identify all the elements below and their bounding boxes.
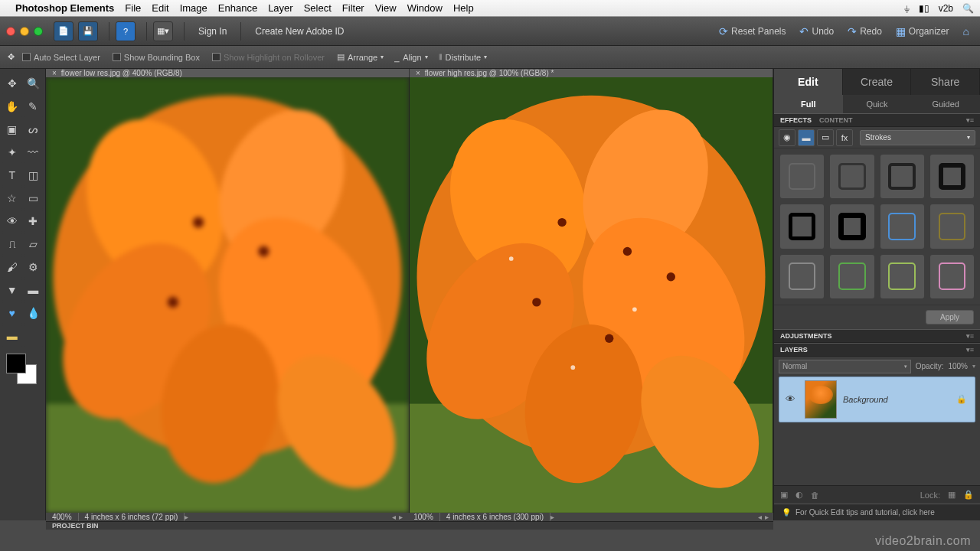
stroke-preset[interactable]	[780, 204, 824, 248]
menu-select[interactable]: Select	[304, 2, 332, 14]
move-tool[interactable]: ✥	[2, 73, 22, 94]
color-swatches[interactable]	[6, 354, 37, 384]
type-tool[interactable]: T	[2, 165, 22, 186]
mode-tab-edit[interactable]: Edit	[774, 69, 843, 95]
layer-thumbnail[interactable]	[805, 380, 837, 419]
stroke-preset[interactable]	[930, 204, 974, 248]
layer-row-background[interactable]: 👁 Background 🔒	[779, 377, 975, 422]
panel-menu-icon[interactable]: ▾≡	[966, 332, 974, 340]
tip-bar[interactable]: 💡 For Quick Edit tips and tutorial, clic…	[774, 504, 980, 520]
align-dropdown[interactable]: ⎯ Align ▾	[394, 53, 427, 62]
menu-help[interactable]: Help	[453, 2, 474, 14]
new-file-button[interactable]: 📄	[54, 21, 74, 41]
layer-name[interactable]: Background	[843, 395, 888, 404]
submode-full[interactable]: Full	[774, 95, 843, 113]
app-title[interactable]: Photoshop Elements	[15, 2, 114, 14]
wifi-icon[interactable]: ⏚	[904, 3, 910, 14]
menu-layer[interactable]: Layer	[268, 2, 293, 14]
help-button[interactable]: ?	[116, 21, 136, 41]
spotlight-icon[interactable]: 🔍	[962, 3, 974, 14]
save-button[interactable]: 💾	[78, 21, 98, 41]
minimize-window-button[interactable]	[20, 27, 29, 36]
eraser-tool[interactable]: ▱	[24, 233, 44, 255]
show-bbox-checkbox[interactable]: Show Bounding Box	[113, 53, 200, 62]
home-button[interactable]: ⌂	[959, 22, 974, 41]
redo-button[interactable]: ↷Redo	[843, 22, 887, 41]
stroke-preset[interactable]	[930, 155, 974, 198]
canvas-high-res[interactable]	[410, 77, 773, 513]
document-tab-1[interactable]: ×flower high res.jpg @ 100% (RGB/8) *	[410, 69, 773, 77]
smart-brush-tool[interactable]: ⚙	[24, 256, 44, 278]
document-tab-0[interactable]: ×flower low res.jpg @ 400% (RGB/8)	[46, 69, 410, 77]
stroke-preset[interactable]	[780, 155, 824, 198]
eyedropper-tool[interactable]: ✎	[24, 96, 44, 117]
blend-mode-dropdown[interactable]: Normal	[779, 360, 911, 373]
menu-view[interactable]: View	[375, 2, 397, 14]
zoom-level-0[interactable]: 400%	[46, 513, 79, 521]
zoom-level-1[interactable]: 100%	[407, 513, 440, 521]
menu-window[interactable]: Window	[407, 2, 443, 14]
layout-button[interactable]: ▦▾	[153, 21, 173, 41]
reset-panels-button[interactable]: ⟳Reset Panels	[714, 22, 790, 41]
menu-file[interactable]: File	[125, 2, 141, 14]
zoom-tool[interactable]: 🔍	[24, 73, 44, 94]
panel-menu-icon[interactable]: ▾≡	[966, 346, 974, 354]
create-adobe-id-link[interactable]: Create New Adobe ID	[255, 26, 344, 37]
hand-tool[interactable]: ✋	[2, 96, 22, 117]
close-tab-icon[interactable]: ×	[416, 69, 420, 77]
lock-pixels-icon[interactable]: ▦	[948, 490, 956, 500]
new-layer-icon[interactable]: ▣	[780, 490, 788, 500]
lock-all-icon[interactable]: 🔒	[963, 490, 974, 500]
fx-styles-icon[interactable]: ▬	[798, 129, 815, 146]
undo-button[interactable]: ↶Undo	[795, 22, 838, 41]
content-tab[interactable]: CONTENT	[819, 116, 853, 124]
apply-button[interactable]: Apply	[926, 310, 974, 324]
quick-select-tool[interactable]: 〰	[24, 142, 44, 163]
stroke-preset[interactable]	[880, 255, 924, 298]
sponge-tool[interactable]: ▬	[2, 325, 22, 347]
blur-tool[interactable]: 💧	[24, 302, 44, 324]
zoom-window-button[interactable]	[34, 27, 43, 36]
stroke-preset[interactable]	[830, 155, 874, 198]
fx-category-dropdown[interactable]: Strokes	[860, 130, 975, 145]
submode-quick[interactable]: Quick	[843, 95, 912, 113]
arrange-dropdown[interactable]: ▤ Arrange ▾	[337, 52, 384, 62]
lasso-tool[interactable]: ᔕ	[24, 119, 44, 140]
magic-wand-tool[interactable]: ✦	[2, 142, 22, 163]
menu-edit[interactable]: Edit	[152, 2, 168, 14]
trash-icon[interactable]: 🗑	[811, 491, 819, 500]
panel-menu-icon[interactable]: ▾≡	[966, 116, 974, 124]
fx-filters-icon[interactable]: ◉	[779, 129, 795, 146]
stroke-preset[interactable]	[780, 255, 824, 298]
stroke-preset[interactable]	[830, 255, 874, 298]
show-rollover-checkbox[interactable]: Show Highlight on Rollover	[212, 53, 325, 62]
marquee-tool[interactable]: ▣	[2, 119, 22, 140]
organizer-button[interactable]: ▦Organizer	[891, 22, 954, 41]
submode-guided[interactable]: Guided	[911, 95, 980, 113]
close-window-button[interactable]	[6, 27, 15, 36]
gradient-tool[interactable]: ▬	[24, 279, 44, 301]
clone-stamp-tool[interactable]: ⎍	[2, 233, 22, 255]
menu-enhance[interactable]: Enhance	[218, 2, 257, 14]
foreground-color[interactable]	[6, 354, 26, 373]
sign-in-link[interactable]: Sign In	[198, 26, 227, 37]
shape-tool[interactable]: ♥	[2, 302, 22, 324]
fx-effects-icon[interactable]: ▭	[817, 129, 834, 146]
stroke-preset[interactable]	[880, 155, 924, 198]
mode-tab-share[interactable]: Share	[911, 69, 980, 95]
menu-filter[interactable]: Filter	[342, 2, 364, 14]
auto-select-checkbox[interactable]: Auto Select Layer	[22, 53, 100, 62]
layer-visibility-icon[interactable]: 👁	[786, 393, 795, 405]
layers-panel-header[interactable]: LAYERS▾≡	[774, 343, 980, 357]
user-label[interactable]: v2b	[939, 3, 953, 14]
stroke-preset[interactable]	[830, 204, 874, 248]
opacity-value[interactable]: 100%	[948, 362, 968, 370]
brush-tool[interactable]: 🖌	[2, 256, 22, 278]
distribute-dropdown[interactable]: ⫴ Distribute ▾	[439, 52, 487, 62]
adjustments-panel-header[interactable]: ADJUSTMENTS▾≡	[774, 329, 980, 343]
stroke-preset[interactable]	[880, 204, 924, 248]
battery-icon[interactable]: ▮▯	[919, 3, 929, 14]
effects-tab[interactable]: EFFECTS	[780, 116, 812, 124]
menu-image[interactable]: Image	[180, 2, 207, 14]
canvas-low-res[interactable]	[46, 77, 410, 513]
